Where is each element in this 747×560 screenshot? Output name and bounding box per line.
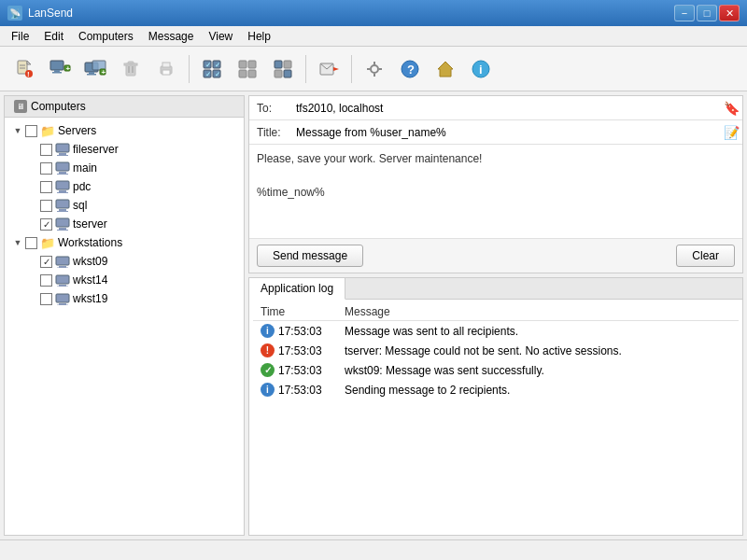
svg-rect-40 [284, 70, 291, 77]
svg-text:+: + [66, 64, 71, 73]
tserver-checkbox[interactable]: ✓ [40, 218, 52, 231]
log-row: i 17:53:03 Message was sent to all recip… [253, 321, 739, 342]
right-panel: To: 🔖 Title: 📝 Please, save your work. S… [248, 95, 743, 536]
tree-item-fileserver[interactable]: fileserver [23, 140, 240, 159]
tree-group-workstations[interactable]: ▼ 📁 Workstations [8, 233, 240, 252]
svg-marker-1 [27, 61, 31, 64]
computers-tab[interactable]: 🖥 Computers [5, 96, 244, 118]
log-table: Time Message i 17:53:03 Message was sent… [253, 303, 739, 399]
clear-button[interactable]: Clear [676, 245, 735, 267]
tserver-expander [25, 217, 40, 231]
toolbar-deselect[interactable] [231, 52, 264, 86]
servers-checkbox[interactable] [25, 125, 37, 137]
svg-rect-60 [59, 190, 66, 192]
workstations-checkbox[interactable] [25, 237, 37, 249]
sql-icon [55, 198, 70, 213]
toolbar-print[interactable] [149, 52, 183, 86]
svg-text:✓: ✓ [205, 71, 211, 77]
servers-expander[interactable]: ▼ [10, 123, 25, 138]
tree-item-pdc[interactable]: pdc [23, 177, 240, 196]
pdc-checkbox[interactable] [40, 181, 52, 193]
maximize-button[interactable]: □ [697, 5, 717, 21]
toolbar-invert[interactable] [266, 52, 300, 86]
menu-view[interactable]: View [201, 28, 240, 45]
svg-rect-57 [59, 172, 66, 174]
to-input[interactable] [292, 99, 720, 118]
log-message: Sending message to 2 recipients. [337, 380, 739, 399]
title-bar: 📡 LanSend − □ ✕ [0, 0, 747, 26]
servers-children: fileserver main pdc [8, 140, 240, 233]
workstations-folder-icon: 📁 [40, 235, 55, 250]
message-body[interactable]: Please, save your work. Server maintenan… [249, 145, 742, 238]
log-tab-bar: Application log [249, 278, 742, 300]
svg-rect-66 [59, 228, 66, 230]
servers-folder-icon: 📁 [40, 123, 55, 138]
tree-container[interactable]: ▼ 📁 Servers fileserver [5, 118, 244, 535]
title-icon[interactable]: 📝 [720, 121, 742, 144]
menu-file[interactable]: File [4, 28, 36, 45]
tree-item-sql[interactable]: sql [23, 196, 240, 215]
menu-message[interactable]: Message [141, 28, 202, 45]
wkst19-icon [55, 291, 70, 306]
svg-rect-13 [87, 74, 96, 76]
main-checkbox[interactable] [40, 162, 52, 175]
toolbar-send[interactable] [312, 52, 345, 86]
tserver-label: tserver [73, 217, 107, 231]
svg-text:✓: ✓ [215, 62, 220, 68]
svg-rect-62 [56, 200, 69, 208]
svg-text:?: ? [407, 63, 415, 77]
computers-panel: 🖥 Computers ▼ 📁 Servers fileserver [4, 95, 245, 536]
toolbar-select-all[interactable]: ✓✓✓✓ [195, 52, 229, 86]
minimize-button[interactable]: − [674, 5, 695, 21]
wkst14-checkbox[interactable] [40, 274, 52, 287]
svg-rect-6 [50, 61, 63, 70]
workstations-expander[interactable]: ▼ [10, 235, 25, 250]
toolbar-options[interactable] [358, 52, 391, 86]
close-button[interactable]: ✕ [719, 5, 740, 21]
toolbar-info[interactable]: i [464, 52, 498, 86]
toolbar-delete[interactable] [114, 52, 148, 86]
send-message-button[interactable]: Send message [257, 245, 363, 267]
svg-rect-58 [57, 174, 68, 175]
log-time: 17:53:03 [278, 344, 322, 357]
tree-item-main[interactable]: main [23, 159, 240, 177]
wkst09-checkbox[interactable]: ✓ [40, 256, 52, 268]
wkst14-expander [25, 273, 40, 287]
toolbar-home[interactable] [429, 52, 462, 86]
sql-label: sql [73, 199, 87, 212]
svg-point-43 [371, 65, 378, 73]
wkst14-label: wkst14 [73, 273, 107, 287]
toolbar-add-computer[interactable]: + [43, 52, 77, 86]
tree-item-wkst19[interactable]: wkst19 [23, 289, 240, 308]
title-bar-buttons: − □ ✕ [674, 5, 740, 21]
wkst19-checkbox[interactable] [40, 293, 52, 305]
title-label: Title: [249, 122, 292, 143]
toolbar-help[interactable]: ? [393, 52, 427, 86]
to-icon[interactable]: 🔖 [720, 97, 742, 119]
fileserver-checkbox[interactable] [40, 144, 52, 156]
toolbar-add-group[interactable]: + [78, 52, 112, 86]
pdc-label: pdc [73, 180, 91, 193]
menu-computers[interactable]: Computers [71, 28, 141, 45]
status-bar [0, 539, 747, 560]
tree-item-wkst14[interactable]: wkst14 [23, 271, 240, 289]
toolbar-new[interactable]: ! [7, 52, 41, 86]
svg-text:!: ! [27, 70, 30, 78]
tree-group-servers[interactable]: ▼ 📁 Servers [8, 121, 240, 140]
log-message: wkst09: Message was sent successfully. [337, 360, 739, 380]
svg-rect-0 [18, 61, 27, 74]
svg-rect-7 [54, 70, 60, 72]
toolbar-sep-3 [351, 55, 352, 83]
svg-rect-61 [57, 192, 68, 193]
tree-item-tserver[interactable]: ✓ tserver [23, 215, 240, 233]
sql-checkbox[interactable] [40, 200, 52, 212]
title-input[interactable] [292, 123, 720, 142]
workstations-children: ✓ wkst09 wkst14 [8, 252, 240, 308]
app-log-tab[interactable]: Application log [249, 278, 345, 300]
tree-item-wkst09[interactable]: ✓ wkst09 [23, 252, 240, 271]
title-row: Title: 📝 [249, 120, 742, 145]
svg-rect-33 [239, 61, 247, 68]
menu-help[interactable]: Help [240, 28, 278, 45]
svg-rect-36 [248, 70, 256, 77]
menu-edit[interactable]: Edit [36, 28, 71, 45]
